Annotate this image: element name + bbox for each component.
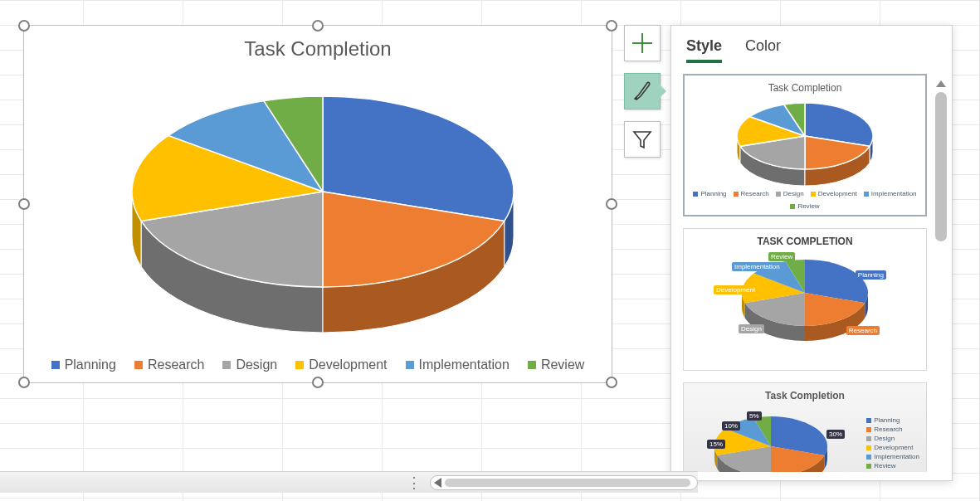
thumb-legend: PlanningResearchDesignDevelopmentImpleme…	[866, 416, 919, 469]
chart-title[interactable]: Task Completion	[24, 37, 612, 61]
legend-label: Research	[874, 426, 902, 433]
legend-item[interactable]: Development	[811, 190, 857, 197]
resize-handle[interactable]	[312, 20, 324, 32]
chart-elements-button[interactable]	[624, 25, 661, 61]
legend-swatch	[866, 464, 871, 469]
data-label: 15%	[707, 440, 725, 449]
chart-styles-panel: Style Color Task Completion PlanningRese…	[670, 25, 953, 481]
chart-object[interactable]: Task Completion PlanningResearchDesignDe…	[23, 25, 612, 383]
legend-swatch	[528, 361, 536, 369]
legend-item[interactable]: Planning	[51, 358, 116, 372]
tab-style[interactable]: Style	[686, 37, 722, 63]
thumb-title: Task Completion	[690, 82, 920, 94]
data-label: Design	[739, 324, 764, 333]
legend-label: Research	[741, 190, 769, 197]
legend-swatch	[866, 455, 871, 460]
data-label: 10%	[722, 421, 740, 430]
data-label: 30%	[826, 430, 845, 439]
chart-tool-buttons	[624, 25, 661, 158]
chart-legend[interactable]: PlanningResearchDesignDevelopmentImpleme…	[24, 358, 612, 372]
legend-swatch	[811, 192, 816, 197]
pie-preview	[709, 95, 900, 192]
resize-handle[interactable]	[312, 377, 324, 388]
legend-label: Research	[148, 358, 204, 372]
data-label: Planning	[856, 270, 886, 280]
legend-swatch	[866, 427, 871, 432]
style-thumbnail-3[interactable]: Task Completion 30% 20% 20% 15% 10% 5% P…	[683, 382, 927, 472]
resize-handle[interactable]	[606, 377, 617, 388]
legend-item[interactable]: Planning	[693, 190, 726, 197]
horizontal-scrollbar[interactable]: ⋮	[0, 471, 698, 493]
tab-color[interactable]: Color	[745, 37, 781, 63]
legend-swatch	[295, 361, 304, 369]
sheet-grip-icon[interactable]: ⋮	[407, 474, 422, 492]
legend-label: Planning	[65, 358, 116, 372]
legend-item[interactable]: Research	[134, 358, 204, 372]
legend-item[interactable]: Implementation	[866, 453, 919, 460]
legend-label: Implementation	[871, 190, 917, 197]
legend-item[interactable]: Design	[866, 435, 919, 442]
legend-label: Planning	[874, 416, 900, 424]
legend-label: Implementation	[874, 453, 919, 460]
legend-swatch	[51, 361, 60, 369]
data-label: Review	[768, 252, 795, 261]
legend-item[interactable]: Review	[528, 358, 584, 372]
legend-label: Development	[309, 358, 387, 372]
legend-swatch	[864, 192, 869, 197]
scroll-left-arrow-icon[interactable]	[434, 478, 441, 488]
resize-handle[interactable]	[606, 198, 617, 210]
legend-label: Development	[818, 190, 857, 197]
legend-swatch	[866, 436, 871, 441]
legend-item[interactable]: Research	[866, 426, 919, 433]
style-thumbnail-1[interactable]: Task Completion PlanningResearchDesignDe…	[683, 74, 927, 216]
data-label: Research	[846, 326, 880, 335]
resize-handle[interactable]	[606, 20, 617, 32]
scrollbar-thumb[interactable]	[935, 92, 947, 241]
legend-label: Implementation	[419, 358, 510, 372]
thumb-title: TASK COMPLETION	[689, 236, 921, 247]
legend-item[interactable]: Review	[866, 462, 919, 469]
chart-filter-button[interactable]	[624, 121, 661, 158]
data-label: Development	[714, 285, 758, 294]
legend-item[interactable]: Development	[866, 444, 919, 451]
hscroll-thumb[interactable]	[445, 479, 690, 487]
legend-swatch	[693, 192, 698, 197]
legend-item[interactable]: Design	[776, 190, 804, 197]
thumb-legend: PlanningResearchDesignDevelopmentImpleme…	[690, 190, 920, 210]
legend-swatch	[866, 445, 871, 450]
legend-label: Review	[541, 358, 584, 372]
legend-swatch	[734, 192, 739, 197]
legend-item[interactable]: Implementation	[864, 190, 917, 197]
panel-scrollbar[interactable]	[935, 80, 947, 469]
scroll-up-arrow-icon[interactable]	[936, 80, 946, 87]
legend-label: Design	[874, 435, 895, 442]
style-thumbnails: Task Completion PlanningResearchDesignDe…	[683, 74, 927, 472]
legend-item[interactable]: Implementation	[406, 358, 510, 372]
plus-icon	[631, 32, 654, 55]
panel-tabs: Style Color	[671, 26, 952, 68]
legend-label: Planning	[700, 190, 726, 197]
resize-handle[interactable]	[18, 377, 30, 388]
thumb-title: Task Completion	[689, 390, 921, 401]
resize-handle[interactable]	[18, 20, 30, 32]
funnel-icon	[631, 129, 653, 150]
brush-icon	[631, 80, 654, 103]
resize-handle[interactable]	[18, 198, 30, 210]
legend-swatch	[406, 361, 414, 369]
legend-swatch	[866, 418, 871, 423]
legend-swatch	[776, 192, 781, 197]
legend-item[interactable]: Development	[295, 358, 387, 372]
style-thumbnail-2[interactable]: TASK COMPLETION Planning Research Design…	[683, 228, 927, 371]
chart-styles-button[interactable]	[624, 73, 661, 109]
legend-label: Review	[874, 462, 895, 469]
data-label: Implementation	[732, 262, 783, 271]
legend-item[interactable]: Review	[790, 202, 819, 210]
legend-item[interactable]: Planning	[866, 416, 919, 424]
legend-item[interactable]: Design	[222, 358, 277, 372]
legend-label: Review	[797, 202, 819, 210]
pie-chart[interactable]	[57, 75, 588, 349]
legend-item[interactable]: Research	[734, 190, 769, 197]
legend-label: Development	[874, 444, 913, 451]
data-label: 5%	[747, 411, 762, 421]
hscroll-track[interactable]	[430, 475, 698, 490]
